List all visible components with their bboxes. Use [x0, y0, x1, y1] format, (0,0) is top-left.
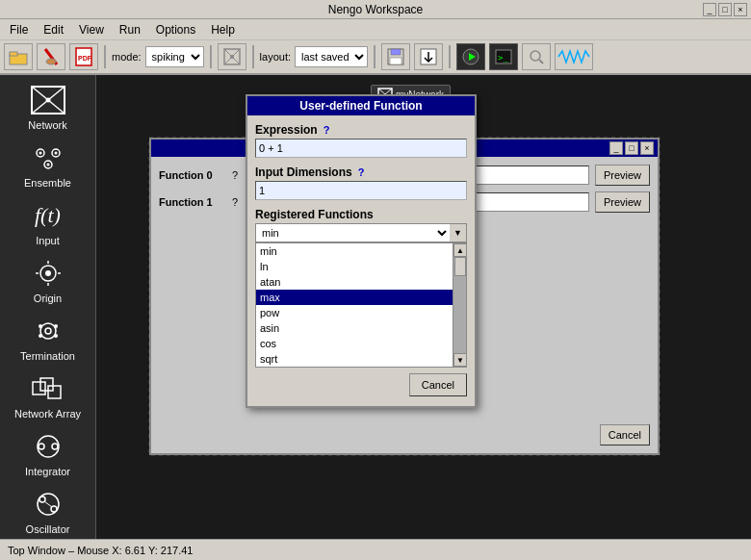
- scroll-thumb[interactable]: [454, 257, 466, 276]
- inner-close[interactable]: ×: [640, 141, 654, 155]
- sidebar-label-ensemble: Ensemble: [24, 177, 71, 189]
- svg-rect-13: [391, 49, 401, 55]
- run-button[interactable]: [456, 43, 485, 70]
- canvas-area[interactable]: myNetwork _ □ × Function 0 ? Preview: [96, 75, 751, 539]
- pdf-button[interactable]: PDF: [69, 43, 98, 70]
- sidebar-item-input[interactable]: f(t) Input: [5, 194, 91, 250]
- scroll-up[interactable]: ▲: [453, 243, 467, 257]
- udf-cancel-button[interactable]: Cancel: [409, 373, 467, 396]
- list-item-ln[interactable]: ln: [256, 259, 453, 274]
- function-0-help[interactable]: ?: [232, 169, 238, 181]
- menu-file[interactable]: File: [4, 21, 34, 38]
- scroll-down[interactable]: ▼: [453, 353, 467, 367]
- menu-run[interactable]: Run: [114, 21, 146, 38]
- function-0-label: Function 0: [159, 169, 226, 181]
- svg-point-37: [45, 270, 51, 276]
- scroll-track: [453, 257, 466, 353]
- list-item-max[interactable]: max: [256, 290, 453, 305]
- inner-window-cancel-area: Cancel: [600, 424, 650, 445]
- main-area: Network Ensemble f(t): [0, 75, 751, 539]
- svg-point-33: [54, 152, 57, 155]
- minimize-button[interactable]: _: [703, 3, 716, 16]
- menu-help[interactable]: Help: [205, 21, 241, 38]
- list-item-asin[interactable]: asin: [256, 320, 453, 336]
- svg-point-52: [39, 444, 44, 449]
- toolbar-separator-4: [374, 45, 376, 68]
- sidebar-label-termination: Termination: [20, 350, 75, 362]
- svg-point-3: [46, 59, 56, 64]
- clear-button[interactable]: [37, 43, 65, 70]
- expression-input[interactable]: [255, 139, 467, 158]
- close-button[interactable]: ×: [734, 3, 747, 16]
- mode-label: mode:: [112, 51, 142, 63]
- svg-point-32: [39, 152, 41, 155]
- registered-dropdown[interactable]: min: [255, 223, 450, 242]
- ensemble-sidebar-icon: [29, 140, 67, 175]
- toolbar-separator-1: [104, 45, 106, 68]
- svg-text:f(t): f(t): [35, 203, 61, 227]
- toolbar-separator-2: [210, 45, 212, 68]
- input-sidebar-icon: f(t): [29, 198, 67, 233]
- network-icon-button[interactable]: [218, 43, 246, 70]
- registered-functions-list: min ln atan max pow asin cos sqrt ▲: [255, 242, 467, 368]
- svg-point-51: [38, 436, 59, 457]
- svg-rect-1: [10, 52, 17, 56]
- sidebar-item-network-array[interactable]: Network Array: [5, 368, 91, 423]
- list-item-atan[interactable]: atan: [256, 274, 453, 290]
- svg-point-28: [45, 98, 50, 103]
- function-0-preview[interactable]: Preview: [595, 165, 650, 186]
- sidebar-item-termination[interactable]: Termination: [5, 310, 91, 366]
- inner-cancel-button[interactable]: Cancel: [600, 424, 650, 445]
- list-item-pow[interactable]: pow: [256, 305, 453, 320]
- input-dims-help[interactable]: ?: [358, 166, 365, 178]
- svg-point-53: [52, 444, 58, 449]
- layout-select[interactable]: last saved spring: [295, 46, 368, 67]
- svg-line-25: [48, 87, 65, 100]
- expression-help[interactable]: ?: [324, 124, 330, 136]
- sidebar-item-ensemble[interactable]: Ensemble: [5, 137, 91, 192]
- oscillator-sidebar-icon: [29, 487, 67, 522]
- terminal-button[interactable]: >_: [489, 43, 518, 70]
- sidebar-item-origin[interactable]: Origin: [5, 252, 91, 308]
- svg-text:>_: >_: [498, 53, 508, 63]
- mode-select[interactable]: spiking direct: [145, 46, 204, 67]
- functions-list-items[interactable]: min ln atan max pow asin cos sqrt: [256, 243, 453, 367]
- function-1-preview[interactable]: Preview: [595, 191, 650, 213]
- expression-label: Expression: [255, 123, 318, 137]
- inner-maximize[interactable]: □: [625, 141, 638, 155]
- svg-text:PDF: PDF: [78, 55, 92, 62]
- svg-line-24: [32, 87, 48, 100]
- list-item-sqrt[interactable]: sqrt: [256, 351, 453, 367]
- status-bar: Top Window – Mouse X: 6.61 Y: 217.41: [0, 539, 751, 560]
- wave-button[interactable]: [555, 43, 593, 70]
- list-scrollbar[interactable]: ▲ ▼: [453, 243, 466, 367]
- open-button[interactable]: [4, 43, 33, 70]
- sidebar-item-integrator[interactable]: Integrator: [5, 425, 91, 481]
- menu-edit[interactable]: Edit: [38, 21, 69, 38]
- registered-dropdown-arrow[interactable]: ▼: [450, 223, 467, 242]
- registered-dropdown-row: min ▼: [255, 223, 467, 242]
- sidebar: Network Ensemble f(t): [0, 75, 96, 539]
- list-item-cos[interactable]: cos: [256, 336, 453, 351]
- svg-line-27: [48, 100, 65, 114]
- function-1-help[interactable]: ?: [232, 196, 238, 208]
- menu-options[interactable]: Options: [150, 21, 201, 38]
- svg-point-42: [40, 323, 56, 339]
- menu-view[interactable]: View: [73, 21, 110, 38]
- window-title: Nengo Workspace: [328, 3, 424, 16]
- toolbar-separator-5: [449, 45, 451, 68]
- svg-line-22: [539, 60, 543, 64]
- save-button[interactable]: [381, 43, 410, 70]
- input-dims-input[interactable]: [255, 181, 467, 200]
- sidebar-item-oscillator[interactable]: Oscillator: [5, 483, 91, 539]
- sidebar-label-input: Input: [36, 235, 59, 246]
- list-item-min[interactable]: min: [256, 243, 453, 259]
- export-button[interactable]: [414, 43, 443, 70]
- svg-point-43: [45, 328, 51, 334]
- maximize-button[interactable]: □: [718, 3, 732, 16]
- inner-minimize[interactable]: _: [609, 141, 623, 155]
- svg-point-21: [531, 51, 540, 61]
- sidebar-item-network[interactable]: Network: [5, 79, 91, 135]
- window-controls[interactable]: _ □ ×: [703, 3, 747, 16]
- zoom-button[interactable]: [522, 43, 551, 70]
